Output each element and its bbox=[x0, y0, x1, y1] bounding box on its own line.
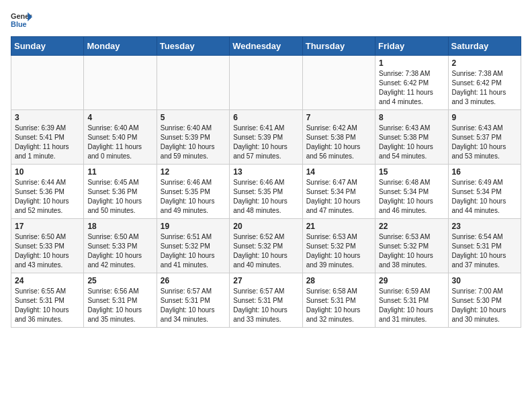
day-info: Sunrise: 6:44 AM Sunset: 5:36 PM Dayligh… bbox=[15, 178, 80, 216]
weekday-header-thursday: Thursday bbox=[302, 37, 375, 56]
day-info: Sunrise: 6:57 AM Sunset: 5:31 PM Dayligh… bbox=[161, 287, 226, 324]
week-row-2: 10Sunrise: 6:44 AM Sunset: 5:36 PM Dayli… bbox=[11, 165, 521, 219]
day-info: Sunrise: 6:56 AM Sunset: 5:31 PM Dayligh… bbox=[87, 287, 152, 324]
day-number: 4 bbox=[87, 113, 152, 122]
weekday-header-saturday: Saturday bbox=[448, 37, 521, 56]
day-number: 3 bbox=[15, 113, 80, 122]
day-info: Sunrise: 6:54 AM Sunset: 5:31 PM Dayligh… bbox=[452, 232, 517, 270]
day-cell: 14Sunrise: 6:47 AM Sunset: 5:34 PM Dayli… bbox=[302, 165, 375, 219]
day-cell: 20Sunrise: 6:52 AM Sunset: 5:32 PM Dayli… bbox=[230, 219, 302, 273]
day-number: 12 bbox=[161, 167, 226, 177]
day-number: 29 bbox=[379, 276, 444, 285]
week-row-3: 17Sunrise: 6:50 AM Sunset: 5:33 PM Dayli… bbox=[11, 219, 521, 273]
day-cell: 12Sunrise: 6:46 AM Sunset: 5:35 PM Dayli… bbox=[157, 165, 229, 219]
day-cell: 24Sunrise: 6:55 AM Sunset: 5:31 PM Dayli… bbox=[11, 273, 84, 328]
day-cell: 1Sunrise: 7:38 AM Sunset: 6:42 PM Daylig… bbox=[375, 56, 448, 110]
day-info: Sunrise: 6:43 AM Sunset: 5:38 PM Dayligh… bbox=[379, 124, 444, 161]
weekday-header-tuesday: Tuesday bbox=[157, 37, 229, 56]
day-info: Sunrise: 7:38 AM Sunset: 6:42 PM Dayligh… bbox=[379, 69, 444, 107]
page: General Blue SundayMondayTuesdayWednesda… bbox=[0, 0, 532, 338]
day-info: Sunrise: 7:00 AM Sunset: 5:30 PM Dayligh… bbox=[452, 287, 517, 324]
day-cell: 5Sunrise: 6:40 AM Sunset: 5:39 PM Daylig… bbox=[157, 110, 229, 165]
day-cell bbox=[302, 56, 375, 110]
day-cell: 4Sunrise: 6:40 AM Sunset: 5:40 PM Daylig… bbox=[84, 110, 157, 165]
day-number: 13 bbox=[233, 167, 298, 177]
calendar-table: SundayMondayTuesdayWednesdayThursdayFrid… bbox=[11, 36, 521, 328]
day-number: 17 bbox=[15, 222, 80, 231]
week-row-4: 24Sunrise: 6:55 AM Sunset: 5:31 PM Dayli… bbox=[11, 273, 521, 328]
week-row-0: 1Sunrise: 7:38 AM Sunset: 6:42 PM Daylig… bbox=[11, 56, 521, 110]
day-info: Sunrise: 6:43 AM Sunset: 5:37 PM Dayligh… bbox=[452, 124, 517, 161]
day-cell: 9Sunrise: 6:43 AM Sunset: 5:37 PM Daylig… bbox=[448, 110, 521, 165]
day-info: Sunrise: 6:53 AM Sunset: 5:32 PM Dayligh… bbox=[306, 232, 371, 270]
day-cell: 26Sunrise: 6:57 AM Sunset: 5:31 PM Dayli… bbox=[157, 273, 229, 328]
logo: General Blue bbox=[11, 11, 32, 30]
day-number: 5 bbox=[161, 113, 226, 122]
day-number: 21 bbox=[306, 222, 371, 231]
day-cell bbox=[230, 56, 302, 110]
day-info: Sunrise: 6:52 AM Sunset: 5:32 PM Dayligh… bbox=[233, 232, 298, 270]
day-info: Sunrise: 6:59 AM Sunset: 5:31 PM Dayligh… bbox=[379, 287, 444, 324]
day-info: Sunrise: 6:42 AM Sunset: 5:38 PM Dayligh… bbox=[306, 124, 371, 161]
day-number: 23 bbox=[452, 222, 517, 231]
header: General Blue bbox=[11, 11, 521, 30]
day-cell bbox=[84, 56, 157, 110]
day-info: Sunrise: 7:38 AM Sunset: 6:42 PM Dayligh… bbox=[452, 69, 517, 107]
day-info: Sunrise: 6:39 AM Sunset: 5:41 PM Dayligh… bbox=[15, 124, 80, 161]
day-cell: 11Sunrise: 6:45 AM Sunset: 5:36 PM Dayli… bbox=[84, 165, 157, 219]
weekday-header-sunday: Sunday bbox=[11, 37, 84, 56]
day-cell: 21Sunrise: 6:53 AM Sunset: 5:32 PM Dayli… bbox=[302, 219, 375, 273]
day-cell: 28Sunrise: 6:58 AM Sunset: 5:31 PM Dayli… bbox=[302, 273, 375, 328]
day-info: Sunrise: 6:57 AM Sunset: 5:31 PM Dayligh… bbox=[233, 287, 298, 324]
day-number: 20 bbox=[233, 222, 298, 231]
day-cell bbox=[157, 56, 229, 110]
day-info: Sunrise: 6:47 AM Sunset: 5:34 PM Dayligh… bbox=[306, 178, 371, 216]
day-cell: 10Sunrise: 6:44 AM Sunset: 5:36 PM Dayli… bbox=[11, 165, 84, 219]
day-number: 1 bbox=[379, 58, 444, 68]
day-info: Sunrise: 6:40 AM Sunset: 5:39 PM Dayligh… bbox=[161, 124, 226, 161]
day-info: Sunrise: 6:58 AM Sunset: 5:31 PM Dayligh… bbox=[306, 287, 371, 324]
day-cell: 22Sunrise: 6:53 AM Sunset: 5:32 PM Dayli… bbox=[375, 219, 448, 273]
day-cell: 25Sunrise: 6:56 AM Sunset: 5:31 PM Dayli… bbox=[84, 273, 157, 328]
day-cell: 3Sunrise: 6:39 AM Sunset: 5:41 PM Daylig… bbox=[11, 110, 84, 165]
day-cell: 18Sunrise: 6:50 AM Sunset: 5:33 PM Dayli… bbox=[84, 219, 157, 273]
day-cell: 23Sunrise: 6:54 AM Sunset: 5:31 PM Dayli… bbox=[448, 219, 521, 273]
day-number: 30 bbox=[452, 276, 517, 285]
day-cell: 7Sunrise: 6:42 AM Sunset: 5:38 PM Daylig… bbox=[302, 110, 375, 165]
day-number: 2 bbox=[452, 58, 517, 68]
day-cell: 13Sunrise: 6:46 AM Sunset: 5:35 PM Dayli… bbox=[230, 165, 302, 219]
weekday-header-wednesday: Wednesday bbox=[230, 37, 302, 56]
day-number: 14 bbox=[306, 167, 371, 177]
day-info: Sunrise: 6:51 AM Sunset: 5:32 PM Dayligh… bbox=[161, 232, 226, 270]
day-info: Sunrise: 6:53 AM Sunset: 5:32 PM Dayligh… bbox=[379, 232, 444, 270]
day-cell: 19Sunrise: 6:51 AM Sunset: 5:32 PM Dayli… bbox=[157, 219, 229, 273]
day-cell: 17Sunrise: 6:50 AM Sunset: 5:33 PM Dayli… bbox=[11, 219, 84, 273]
weekday-header-monday: Monday bbox=[84, 37, 157, 56]
day-info: Sunrise: 6:45 AM Sunset: 5:36 PM Dayligh… bbox=[87, 178, 152, 216]
day-number: 22 bbox=[379, 222, 444, 231]
day-info: Sunrise: 6:50 AM Sunset: 5:33 PM Dayligh… bbox=[87, 232, 152, 270]
svg-text:Blue: Blue bbox=[11, 20, 27, 28]
day-number: 11 bbox=[87, 167, 152, 177]
day-cell: 29Sunrise: 6:59 AM Sunset: 5:31 PM Dayli… bbox=[375, 273, 448, 328]
day-cell bbox=[11, 56, 84, 110]
day-number: 16 bbox=[452, 167, 517, 177]
day-info: Sunrise: 6:41 AM Sunset: 5:39 PM Dayligh… bbox=[233, 124, 298, 161]
day-cell: 16Sunrise: 6:49 AM Sunset: 5:34 PM Dayli… bbox=[448, 165, 521, 219]
day-number: 8 bbox=[379, 113, 444, 122]
day-cell: 6Sunrise: 6:41 AM Sunset: 5:39 PM Daylig… bbox=[230, 110, 302, 165]
day-number: 18 bbox=[87, 222, 152, 231]
logo-icon: General Blue bbox=[11, 11, 32, 30]
day-cell: 8Sunrise: 6:43 AM Sunset: 5:38 PM Daylig… bbox=[375, 110, 448, 165]
day-cell: 30Sunrise: 7:00 AM Sunset: 5:30 PM Dayli… bbox=[448, 273, 521, 328]
day-number: 7 bbox=[306, 113, 371, 122]
day-info: Sunrise: 6:49 AM Sunset: 5:34 PM Dayligh… bbox=[452, 178, 517, 216]
day-cell: 2Sunrise: 7:38 AM Sunset: 6:42 PM Daylig… bbox=[448, 56, 521, 110]
day-cell: 15Sunrise: 6:48 AM Sunset: 5:34 PM Dayli… bbox=[375, 165, 448, 219]
day-info: Sunrise: 6:46 AM Sunset: 5:35 PM Dayligh… bbox=[161, 178, 226, 216]
weekday-header-friday: Friday bbox=[375, 37, 448, 56]
day-info: Sunrise: 6:55 AM Sunset: 5:31 PM Dayligh… bbox=[15, 287, 80, 324]
day-info: Sunrise: 6:48 AM Sunset: 5:34 PM Dayligh… bbox=[379, 178, 444, 216]
day-cell: 27Sunrise: 6:57 AM Sunset: 5:31 PM Dayli… bbox=[230, 273, 302, 328]
day-info: Sunrise: 6:50 AM Sunset: 5:33 PM Dayligh… bbox=[15, 232, 80, 270]
